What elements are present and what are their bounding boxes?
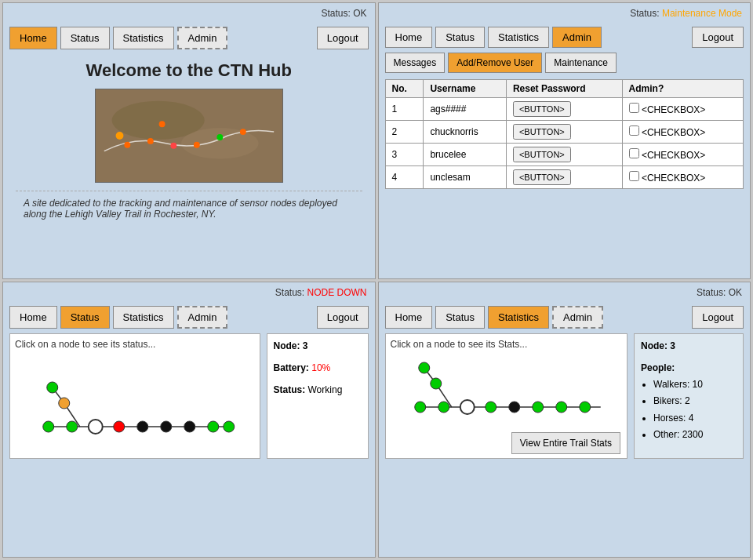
svg-point-28 <box>414 402 425 413</box>
status-bar-statistics: Status: OK <box>697 287 742 298</box>
sub-maintenance[interactable]: Maintenance <box>545 53 617 73</box>
table-row: 2 chucknorris <BUTTON> <CHECKBOX> <box>385 121 744 144</box>
nav-home-statistics[interactable]: Statistics <box>113 27 174 49</box>
status-value-stats: OK <box>729 287 742 298</box>
row1-no: 1 <box>385 98 424 121</box>
row2-no: 2 <box>385 121 424 144</box>
row2-admin[interactable]: <CHECKBOX> <box>622 121 743 144</box>
sub-nav-admin: Messages Add/Remove User Maintenance <box>385 53 744 73</box>
status-label: Status: <box>321 8 353 19</box>
sub-add-remove-user[interactable]: Add/Remove User <box>448 53 542 73</box>
nav-home-admin[interactable]: Admin <box>177 27 228 49</box>
sub-messages[interactable]: Messages <box>385 53 446 73</box>
table-row: 3 brucelee <BUTTON> <CHECKBOX> <box>385 144 744 166</box>
row2-reset[interactable]: <BUTTON> <box>506 121 622 144</box>
stat-walkers: Walkers: 10 <box>653 376 737 394</box>
status-value-home: OK <box>353 8 366 19</box>
home-title: Welcome to the CTN Hub <box>16 60 362 81</box>
home-description: A site dedicated to the tracking and mai… <box>16 191 362 220</box>
svg-point-23 <box>59 398 70 409</box>
panel-status: Status: NODE DOWN Home Status Statistics… <box>2 282 376 558</box>
nav-admin-status[interactable]: Status <box>435 27 485 48</box>
nav-stats-admin[interactable]: Admin <box>552 306 603 329</box>
nav-admin-logout[interactable]: Logout <box>692 27 744 48</box>
nav-stats-logout[interactable]: Logout <box>692 306 744 329</box>
row3-reset[interactable]: <BUTTON> <box>506 144 622 166</box>
row1-admin[interactable]: <CHECKBOX> <box>622 98 743 121</box>
row2-checkbox[interactable] <box>629 125 639 136</box>
row4-admin[interactable]: <CHECKBOX> <box>622 166 743 189</box>
panel-admin: Status: Maintenance Mode Home Status Sta… <box>378 2 751 279</box>
nav-status-admin[interactable]: Admin <box>177 306 228 329</box>
view-trail-container: View Entire Trail Stats <box>511 409 620 454</box>
nav-status-home[interactable]: Home <box>9 306 57 329</box>
svg-point-21 <box>208 421 219 432</box>
panel-statistics: Status: OK Home Status Statistics Admin … <box>378 282 751 558</box>
svg-point-37 <box>418 362 429 373</box>
view-entire-trail-button[interactable]: View Entire Trail Stats <box>511 432 620 454</box>
status-value-status: NODE DOWN <box>307 287 367 298</box>
status-bar-home: Status: OK <box>321 8 366 19</box>
nav-home-home[interactable]: Home <box>9 27 57 49</box>
row3-admin[interactable]: <CHECKBOX> <box>622 144 743 166</box>
row2-username: chucknorris <box>424 121 506 144</box>
node-area-status: Click on a node to see its status... <box>9 333 369 459</box>
stat-bikers: Bikers: 2 <box>653 393 737 410</box>
stats-node-number: Node: 3 <box>641 340 737 351</box>
node-map-status[interactable]: Click on a node to see its status... <box>9 333 260 459</box>
row1-reset[interactable]: <BUTTON> <box>506 98 622 121</box>
row4-username: unclesam <box>424 166 506 189</box>
node-info-status: Node: 3 Battery: 10% Status: Working <box>267 333 369 459</box>
status-label-status: Status: <box>275 287 307 298</box>
nav-stats-statistics[interactable]: Statistics <box>488 306 549 329</box>
nav-bar-home: Home Status Statistics Admin Logout <box>9 27 369 49</box>
nav-bar-status: Home Status Statistics Admin Logout <box>9 306 369 329</box>
svg-point-36 <box>430 378 441 389</box>
nav-admin-home[interactable]: Home <box>385 27 433 48</box>
svg-point-18 <box>137 421 148 432</box>
user-table: No. Username Reset Password Admin? 1 ags… <box>385 79 744 189</box>
svg-point-4 <box>147 138 154 144</box>
svg-point-30 <box>460 400 474 414</box>
panel-home: Status: OK Home Status Statistics Admin … <box>2 2 376 279</box>
nav-admin-admin[interactable]: Admin <box>552 27 602 48</box>
battery-info: Battery: 10% <box>274 362 362 373</box>
svg-point-24 <box>47 382 58 393</box>
node-number-label: Node: 3 <box>274 340 362 351</box>
row1-checkbox[interactable] <box>629 103 639 113</box>
node-map-statistics[interactable]: Click on a node to see its Stats... <box>385 333 628 459</box>
nav-stats-home[interactable]: Home <box>385 306 433 329</box>
map-svg <box>96 89 282 182</box>
stat-horses: Horses: 4 <box>653 410 737 427</box>
nav-bar-statistics: Home Status Statistics Admin Logout <box>385 306 744 329</box>
table-row: 4 unclesam <BUTTON> <CHECKBOX> <box>385 166 744 189</box>
svg-point-8 <box>240 129 246 135</box>
svg-point-29 <box>438 402 449 413</box>
row4-checkbox[interactable] <box>629 171 639 181</box>
nav-status-logout[interactable]: Logout <box>317 306 369 329</box>
nav-stats-status[interactable]: Status <box>435 306 485 329</box>
home-content: Welcome to the CTN Hub <box>9 54 369 226</box>
row4-no: 4 <box>385 166 424 189</box>
stats-people-label: People: <box>641 362 737 373</box>
node-trail-svg-status <box>14 360 264 454</box>
svg-point-16 <box>89 420 103 434</box>
col-no: No. <box>385 80 424 98</box>
svg-point-9 <box>115 132 123 140</box>
status-info: Status: Working <box>274 384 362 395</box>
app-grid: Status: OK Home Status Statistics Admin … <box>0 0 753 560</box>
svg-point-2 <box>181 128 258 158</box>
nav-home-status[interactable]: Status <box>60 27 110 49</box>
svg-point-3 <box>124 142 130 148</box>
status-bar-admin: Status: Maintenance Mode <box>630 8 742 19</box>
row3-username: brucelee <box>424 144 506 166</box>
row4-reset[interactable]: <BUTTON> <box>506 166 622 189</box>
nav-home-logout[interactable]: Logout <box>317 27 369 49</box>
nav-status-statistics[interactable]: Statistics <box>113 306 174 329</box>
row3-checkbox[interactable] <box>629 148 639 158</box>
nav-admin-statistics[interactable]: Statistics <box>488 27 549 48</box>
map-image <box>95 89 283 183</box>
svg-point-19 <box>161 421 172 432</box>
col-admin: Admin? <box>622 80 743 98</box>
nav-status-status[interactable]: Status <box>60 306 110 329</box>
